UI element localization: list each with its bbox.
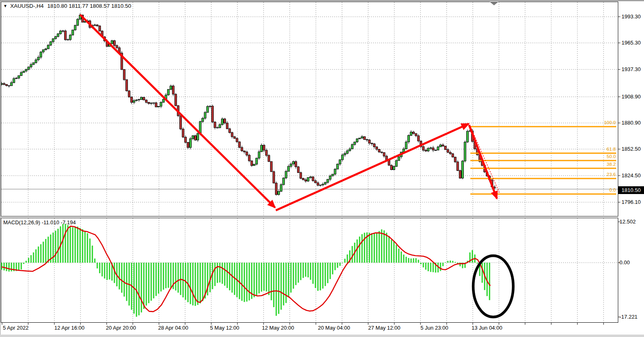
indicator-label: MACD(12,26,9) -11.010 -7.194 xyxy=(3,219,76,225)
price-axis-label: 1852.50 xyxy=(622,146,641,152)
trading-terminal-window: ▼XAUUSD-,H41810.80 1811.77 1808.57 1810.… xyxy=(0,0,644,337)
price-axis-label: 1824.50 xyxy=(622,172,641,179)
price-axis-label: 1796.10 xyxy=(622,199,641,205)
fib-level-label: 38.2 xyxy=(587,162,616,167)
ohlc-values: 1810.80 1811.77 1808.57 1810.50 xyxy=(47,3,131,9)
time-axis-label: 20 Apr 20:00 xyxy=(106,325,136,331)
fib-level-label: 0.0 xyxy=(587,187,616,192)
price-axis-label: 1965.30 xyxy=(622,40,641,46)
price-axis-label: 1937.30 xyxy=(622,66,641,72)
symbol-period-label: XAUUSD-,H4 xyxy=(10,3,44,9)
time-axis-label: 20 May 04:00 xyxy=(318,325,350,331)
time-axis-label: 5 May 12:00 xyxy=(210,325,239,331)
fib-level-label: 61.8 xyxy=(587,147,616,152)
time-axis-label: 5 Jun 23:00 xyxy=(420,325,448,331)
fib-level-label: 100.0 xyxy=(587,120,616,125)
price-axis-label: 1880.90 xyxy=(622,120,641,126)
main-chart-panel xyxy=(1,2,618,216)
macd-axis-label: -17.221 xyxy=(619,314,637,320)
macd-axis-label: 0.00 xyxy=(619,259,630,266)
time-axis-label: 5 Apr 2022 xyxy=(3,325,29,331)
price-axis-label: 1993.30 xyxy=(622,13,641,20)
time-axis-label: 28 Apr 04:00 xyxy=(158,325,188,331)
window-top-edge xyxy=(0,0,644,1)
symbol-dropdown-icon[interactable]: ▼ xyxy=(3,4,7,8)
time-axis-label: 12 Apr 16:00 xyxy=(54,325,85,331)
macd-axis-label: 12.502 xyxy=(619,219,636,225)
time-axis[interactable]: 5 Apr 202212 Apr 16:0020 Apr 20:0028 Apr… xyxy=(0,323,644,335)
current-price-tag: 1810.50 xyxy=(618,186,644,194)
time-axis-label: 13 Jun 04:00 xyxy=(472,325,502,331)
fib-level-label: 23.6 xyxy=(587,172,616,177)
fib-level-label: 50.0 xyxy=(587,154,616,159)
price-axis[interactable] xyxy=(618,0,644,323)
chart-title: ▼XAUUSD-,H41810.80 1811.77 1808.57 1810.… xyxy=(3,3,131,9)
time-axis-label: 12 May 20:00 xyxy=(262,325,294,331)
window-bottom-edge xyxy=(0,335,644,337)
chart-canvas[interactable] xyxy=(0,0,644,337)
time-axis-label: 27 May 12:00 xyxy=(368,325,400,331)
price-axis-label: 1908.90 xyxy=(622,94,641,100)
